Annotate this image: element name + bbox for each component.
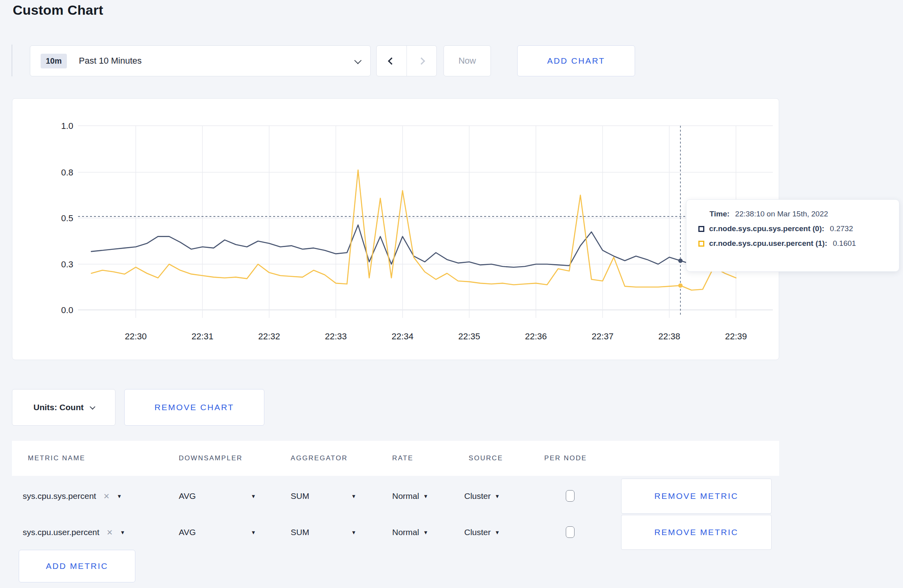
downsampler-select[interactable]: AVG: [179, 515, 196, 550]
column-header-source: SOURCE: [469, 441, 503, 476]
chevron-down-icon: [90, 404, 95, 410]
add-metric-button[interactable]: ADD METRIC: [19, 550, 135, 582]
x-axis-tick-label: 22:30: [125, 331, 147, 341]
per-node-checkbox[interactable]: [566, 526, 575, 538]
metric-row: sys.cpu.user.percent ✕ ▼ AVG ▼ SUM ▼ Nor…: [0, 515, 903, 550]
metrics-table-header: METRIC NAME DOWNSAMPLER AGGREGATOR RATE …: [12, 441, 779, 476]
x-axis-tick-label: 22:38: [658, 331, 680, 341]
units-dropdown[interactable]: Units: Count: [12, 389, 115, 426]
y-axis-tick-label: 1.0: [61, 121, 73, 131]
time-range-picker[interactable]: 10m Past 10 Minutes: [30, 45, 371, 76]
chart-tooltip: Time: 22:38:10 on Mar 15th, 2022 cr.node…: [686, 199, 899, 272]
tooltip-time-label: Time:: [710, 210, 729, 218]
clear-metric-icon[interactable]: ✕: [107, 528, 113, 537]
source-label: Cluster: [464, 491, 491, 501]
toolbar-divider: [12, 45, 12, 76]
metric-name-label: sys.cpu.user.percent: [23, 528, 100, 537]
caret-down-icon: ▼: [120, 530, 125, 535]
caret-down-icon[interactable]: ▼: [251, 515, 256, 550]
remove-metric-button[interactable]: REMOVE METRIC: [621, 479, 772, 514]
tooltip-time-value: 22:38:10 on Mar 15th, 2022: [735, 210, 828, 218]
x-axis-tick-label: 22:36: [525, 331, 547, 341]
column-header-rate: RATE: [392, 441, 413, 476]
x-axis-tick-label: 22:35: [458, 331, 480, 341]
caret-down-icon: ▼: [423, 493, 428, 499]
rate-label: Normal: [392, 491, 419, 501]
x-axis-tick-label: 22:37: [592, 331, 614, 341]
metric-name-label: sys.cpu.sys.percent: [23, 491, 96, 501]
source-select[interactable]: Cluster ▼: [464, 479, 500, 514]
rate-select[interactable]: Normal ▼: [392, 515, 428, 550]
column-header-aggregator: AGGREGATOR: [291, 441, 348, 476]
x-axis-tick-label: 22:33: [325, 331, 347, 341]
user-series-swatch-icon: [698, 241, 704, 247]
x-axis-tick-label: 22:34: [391, 331, 413, 341]
caret-down-icon[interactable]: ▼: [251, 479, 256, 514]
aggregator-select[interactable]: SUM: [291, 479, 309, 514]
y-axis-tick-label: 0.8: [61, 167, 73, 177]
x-axis-tick-label: 22:39: [725, 331, 747, 341]
page-title: Custom Chart: [13, 2, 103, 18]
caret-down-icon: ▼: [423, 530, 428, 535]
y-axis-tick-label: 0.3: [61, 259, 73, 269]
add-chart-button[interactable]: ADD CHART: [517, 45, 635, 76]
tooltip-time-row: Time: 22:38:10 on Mar 15th, 2022: [698, 210, 888, 218]
tooltip-series-row: cr.node.sys.cpu.sys.percent (0): 0.2732: [698, 224, 888, 233]
chevron-left-icon: [388, 57, 395, 64]
chart-plot[interactable]: 0.00.30.50.81.022:3022:3122:3222:3322:34…: [12, 99, 780, 360]
time-range-badge: 10m: [41, 54, 67, 68]
aggregator-select[interactable]: SUM: [291, 515, 309, 550]
tooltip-series-label: cr.node.sys.cpu.sys.percent (0):: [709, 224, 824, 233]
chevron-down-icon: [354, 56, 362, 64]
time-range-label: Past 10 Minutes: [79, 56, 355, 66]
caret-down-icon: ▼: [117, 493, 122, 499]
tooltip-series-label: cr.node.sys.cpu.user.percent (1):: [709, 239, 827, 248]
highlighted-point: [678, 283, 682, 288]
tooltip-series-value: 0.1601: [833, 239, 856, 248]
tooltip-series-value: 0.2732: [830, 224, 853, 233]
prev-time-button[interactable]: [377, 46, 407, 76]
source-label: Cluster: [464, 528, 491, 537]
metric-name-select[interactable]: sys.cpu.user.percent ✕ ▼: [23, 515, 125, 550]
x-axis-tick-label: 22:32: [258, 331, 280, 341]
units-label: Units: Count: [33, 403, 84, 412]
tooltip-series-row: cr.node.sys.cpu.user.percent (1): 0.1601: [698, 239, 888, 248]
caret-down-icon: ▼: [495, 530, 500, 535]
series-line: [91, 225, 736, 267]
caret-down-icon: ▼: [495, 493, 500, 499]
rate-label: Normal: [392, 528, 419, 537]
downsampler-select[interactable]: AVG: [179, 479, 196, 514]
remove-metric-button[interactable]: REMOVE METRIC: [621, 515, 772, 550]
metric-name-select[interactable]: sys.cpu.sys.percent ✕ ▼: [23, 479, 122, 514]
caret-down-icon[interactable]: ▼: [351, 515, 356, 550]
column-header-metric-name: METRIC NAME: [28, 441, 85, 476]
series-line: [91, 170, 736, 290]
column-header-downsampler: DOWNSAMPLER: [179, 441, 242, 476]
rate-select[interactable]: Normal ▼: [392, 479, 428, 514]
chevron-right-icon: [418, 57, 425, 64]
time-nav-group: [376, 45, 437, 76]
y-axis-tick-label: 0.5: [61, 213, 73, 223]
x-axis-tick-label: 22:31: [192, 331, 213, 341]
source-select[interactable]: Cluster ▼: [464, 515, 500, 550]
per-node-checkbox[interactable]: [566, 490, 575, 502]
chart-card: 0.00.30.50.81.022:3022:3122:3222:3322:34…: [12, 98, 779, 360]
now-button[interactable]: Now: [444, 45, 491, 76]
remove-chart-button[interactable]: REMOVE CHART: [124, 389, 264, 426]
caret-down-icon[interactable]: ▼: [351, 479, 356, 514]
metric-row: sys.cpu.sys.percent ✕ ▼ AVG ▼ SUM ▼ Norm…: [0, 479, 903, 514]
column-header-per-node: PER NODE: [544, 441, 587, 476]
clear-metric-icon[interactable]: ✕: [103, 492, 109, 501]
sys-series-swatch-icon: [698, 226, 704, 232]
y-axis-tick-label: 0.0: [61, 305, 73, 315]
next-time-button[interactable]: [407, 46, 437, 76]
highlighted-point: [678, 259, 682, 263]
